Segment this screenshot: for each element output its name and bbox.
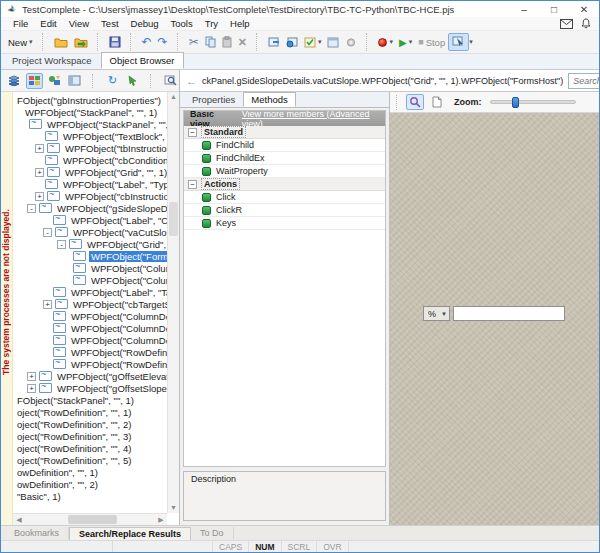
cut-button[interactable]: ✂ — [186, 34, 202, 50]
tree-item[interactable]: +WPFObject("cbInstructionType") — [13, 190, 167, 202]
tree-item[interactable]: WPFObject("TextBlock", "Name:", 1) — [13, 130, 167, 142]
method-group-header[interactable]: −Standard — [184, 126, 385, 139]
collapse-minus-icon[interactable]: - — [27, 204, 36, 213]
tree-item[interactable]: oject("RowDefinition", "", 4) — [13, 442, 167, 454]
open-project-button[interactable] — [71, 35, 91, 50]
tree-item[interactable]: +WPFObject("gOffsetElevationDetails") — [13, 370, 167, 382]
unit-dropdown[interactable]: % ▼ — [423, 306, 450, 321]
show-processes-button[interactable] — [6, 73, 23, 89]
add-new-item-button[interactable] — [265, 35, 283, 50]
show-tested-apps-button[interactable] — [46, 73, 63, 89]
scroll-track[interactable] — [25, 514, 155, 525]
tree-item[interactable]: +WPFObject("tbInstructionName") — [13, 142, 167, 154]
show-objects-button[interactable] — [26, 73, 43, 89]
search-input[interactable] — [573, 76, 600, 86]
expand-plus-icon[interactable]: + — [35, 144, 44, 153]
tree-item[interactable]: -WPFObject("vaCutSlope") — [13, 226, 167, 238]
menu-help[interactable]: Help — [224, 18, 256, 29]
tree-item[interactable]: -WPFObject("Grid", "", 1) — [13, 238, 167, 250]
tab-properties[interactable]: Properties — [184, 92, 243, 107]
zoom-slider-thumb[interactable] — [512, 97, 519, 108]
tab-bookmarks[interactable]: Bookmarks — [5, 527, 69, 539]
record-button[interactable]: ▾ — [375, 36, 396, 49]
tree-item[interactable]: WPFObject("FormsHost") — [13, 250, 167, 262]
method-row[interactable]: FindChild — [184, 139, 385, 152]
value-input[interactable] — [453, 306, 565, 321]
method-row[interactable]: Keys — [184, 217, 385, 230]
toggle-panel-button[interactable] — [66, 73, 83, 89]
point-and-fix-button[interactable] — [124, 73, 141, 89]
object-spy-button[interactable] — [448, 33, 469, 51]
run-button[interactable]: ▶ ▾ — [396, 35, 415, 50]
collapse-minus-icon[interactable]: - — [57, 240, 66, 249]
undo-button[interactable]: ↶ — [139, 33, 155, 51]
scroll-thumb[interactable] — [68, 515, 117, 524]
menu-edit[interactable]: Edit — [34, 18, 62, 29]
tree-item[interactable]: WPFObject("cbConditional") — [13, 154, 167, 166]
tree-item[interactable]: +WPFObject("gOffsetSlopeDetails") — [13, 382, 167, 394]
menu-test[interactable]: Test — [95, 18, 124, 29]
close-button[interactable]: ✕ — [569, 1, 599, 17]
scroll-left-icon[interactable]: ◀ — [13, 516, 25, 524]
method-row[interactable]: FindChildEx — [184, 152, 385, 165]
tree-item[interactable]: +WPFObject("Grid", "", 1) — [13, 166, 167, 178]
expand-plus-icon[interactable]: + — [35, 192, 44, 201]
method-row[interactable]: WaitProperty — [184, 165, 385, 178]
notifications-bell-icon[interactable] — [581, 18, 591, 29]
redo-button[interactable]: ↷ — [155, 33, 171, 51]
tree-item[interactable]: WPFObject("Label", "Target surface:", 1 — [13, 286, 167, 298]
tree-item[interactable]: WPFObject("ColumnDefinition", "", 1) — [13, 310, 167, 322]
delete-button[interactable]: ✕ — [235, 34, 250, 51]
open-file-button[interactable] — [51, 35, 71, 50]
tree-vertical-scrollbar[interactable]: ▲ ▼ — [167, 92, 179, 513]
expand-plus-icon[interactable]: + — [27, 384, 36, 393]
tab-to-do[interactable]: To Do — [191, 527, 234, 539]
refresh-button[interactable]: ↻ — [104, 73, 121, 89]
menu-debug[interactable]: Debug — [125, 18, 165, 29]
scroll-up-icon[interactable]: ▲ — [170, 92, 177, 102]
tree-item[interactable]: owDefinition", "", 1) — [13, 466, 167, 478]
tree-item[interactable]: WPFObject("RowDefinition", "", 2) — [13, 358, 167, 370]
tree-item[interactable]: WPFObject("ColumnDefinition", — [13, 274, 167, 286]
menu-try[interactable]: Try — [199, 18, 224, 29]
tree-item[interactable]: +WPFObject("cbTargetSurface") — [13, 298, 167, 310]
tree-item[interactable]: WPFObject("StackPanel", "", 1) — [13, 118, 167, 130]
scroll-down-icon[interactable]: ▼ — [170, 503, 177, 513]
tab-project-workspace[interactable]: Project Workspace — [3, 52, 101, 69]
new-button[interactable]: New ▾ — [5, 35, 36, 50]
minimize-button[interactable]: – — [509, 1, 539, 17]
tree-item[interactable]: WPFObject("ColumnDefinition", "", 2) — [13, 322, 167, 334]
options-button[interactable] — [342, 35, 360, 50]
tree-item[interactable]: -WPFObject("gSideSlopeDetails") — [13, 202, 167, 214]
tree-item[interactable]: oject("RowDefinition", "", 3) — [13, 430, 167, 442]
tree-item[interactable]: owDefinition", "", 2) — [13, 478, 167, 490]
tab-methods[interactable]: Methods — [243, 92, 295, 107]
back-arrow-icon[interactable]: ← — [186, 75, 197, 87]
tree-horizontal-scrollbar[interactable]: ◀ ▶ — [13, 513, 167, 525]
add-existing-item-button[interactable] — [283, 35, 301, 50]
tree-item[interactable]: oject("RowDefinition", "", 5) — [13, 454, 167, 466]
copy-button[interactable] — [202, 34, 219, 50]
expand-plus-icon[interactable]: + — [43, 300, 52, 309]
tree-item[interactable]: oject("RowDefinition", "", 2) — [13, 418, 167, 430]
tree-item[interactable]: oject("RowDefinition", "", 1) — [13, 406, 167, 418]
tree-item[interactable]: "Basic", 1) — [13, 490, 167, 502]
tree-item[interactable]: FObject("gbInstructionProperties") — [13, 94, 167, 106]
scroll-track[interactable] — [168, 102, 179, 503]
checklist-button[interactable]: ▾ — [301, 35, 325, 50]
search-object-button[interactable] — [162, 73, 179, 89]
tree-item[interactable]: WPFObject("RowDefinition", "", 1) — [13, 346, 167, 358]
scroll-right-icon[interactable]: ▶ — [155, 516, 167, 524]
stop-button[interactable]: ■ Stop — [415, 35, 448, 50]
project-settings-button[interactable] — [324, 35, 342, 50]
tab-object-browser[interactable]: Object Browser — [101, 52, 184, 69]
save-all-button[interactable] — [106, 34, 124, 50]
collapse-icon[interactable]: − — [188, 128, 197, 137]
zoom-slider[interactable] — [490, 100, 576, 104]
menu-tools[interactable]: Tools — [165, 18, 199, 29]
method-row[interactable]: ClickR — [184, 204, 385, 217]
paste-button[interactable] — [219, 34, 235, 50]
method-group-header[interactable]: −Actions — [184, 178, 385, 191]
tree-item[interactable]: WPFObject("Label", "Type:", 1) — [13, 178, 167, 190]
tree-item[interactable]: WPFObject("Label", "Cut slope:", 1) — [13, 214, 167, 226]
